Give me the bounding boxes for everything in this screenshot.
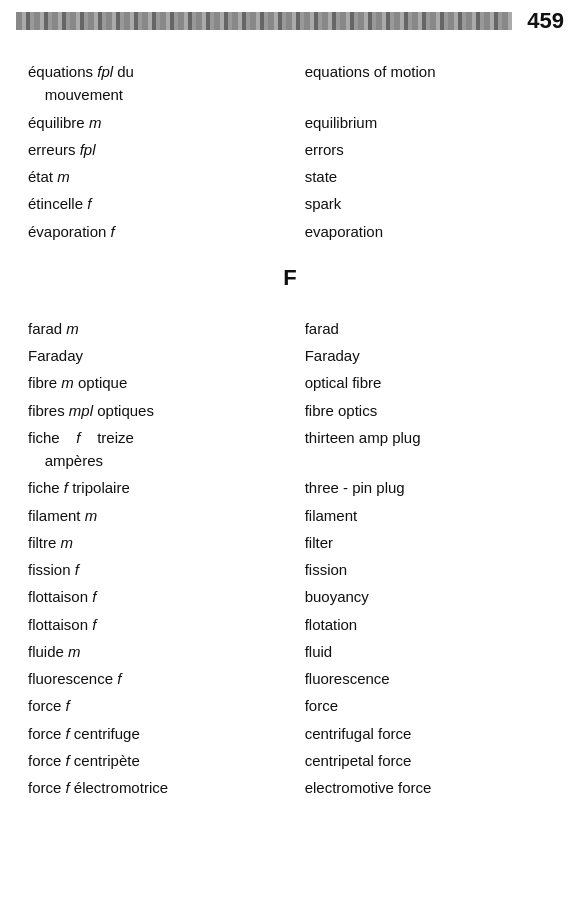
spacer-row	[24, 305, 556, 315]
english-term: spark	[301, 190, 556, 217]
french-term: flottaison f	[24, 583, 301, 610]
english-term: three - pin plug	[301, 474, 556, 501]
english-term: thirteen amp plug	[301, 424, 556, 475]
page-number: 459	[524, 8, 564, 34]
entries-table: équations fpl du mouvement equations of …	[24, 58, 556, 801]
french-term: erreurs fpl	[24, 136, 301, 163]
list-item: fibres mpl optiques fibre optics	[24, 397, 556, 424]
list-item: farad m farad	[24, 315, 556, 342]
french-term: farad m	[24, 315, 301, 342]
list-item: fluide m fluid	[24, 638, 556, 665]
french-term: force f	[24, 692, 301, 719]
french-term: fibres mpl optiques	[24, 397, 301, 424]
list-item: flottaison f flotation	[24, 611, 556, 638]
list-item: équilibre m equilibrium	[24, 109, 556, 136]
english-term: buoyancy	[301, 583, 556, 610]
section-label: F	[24, 255, 556, 305]
french-term: fission f	[24, 556, 301, 583]
list-item: flottaison f buoyancy	[24, 583, 556, 610]
list-item: équations fpl du mouvement equations of …	[24, 58, 556, 109]
section-header-row: F	[24, 255, 556, 305]
list-item: force f électromotrice electromotive for…	[24, 774, 556, 801]
english-term: centrifugal force	[301, 720, 556, 747]
french-term: filtre m	[24, 529, 301, 556]
list-item: fiche f treize ampères thirteen amp plug	[24, 424, 556, 475]
list-item: force f force	[24, 692, 556, 719]
english-term: force	[301, 692, 556, 719]
list-item: fiche f tripolaire three - pin plug	[24, 474, 556, 501]
french-term: état m	[24, 163, 301, 190]
list-item: filtre m filter	[24, 529, 556, 556]
list-item: évaporation f evaporation	[24, 218, 556, 245]
list-item: étincelle f spark	[24, 190, 556, 217]
french-term: fiche f treize ampères	[24, 424, 301, 475]
english-term: fission	[301, 556, 556, 583]
french-term: équilibre m	[24, 109, 301, 136]
english-term: fibre optics	[301, 397, 556, 424]
english-term: farad	[301, 315, 556, 342]
english-term: errors	[301, 136, 556, 163]
english-term: flotation	[301, 611, 556, 638]
header-decoration	[16, 12, 512, 30]
english-term: fluorescence	[301, 665, 556, 692]
list-item: fluorescence f fluorescence	[24, 665, 556, 692]
english-term: optical fibre	[301, 369, 556, 396]
french-term: force f centrifuge	[24, 720, 301, 747]
english-term: centripetal force	[301, 747, 556, 774]
english-term: state	[301, 163, 556, 190]
list-item: état m state	[24, 163, 556, 190]
list-item: fibre m optique optical fibre	[24, 369, 556, 396]
list-item: force f centrifuge centrifugal force	[24, 720, 556, 747]
english-term: Faraday	[301, 342, 556, 369]
french-term: filament m	[24, 502, 301, 529]
list-item: filament m filament	[24, 502, 556, 529]
english-term: filament	[301, 502, 556, 529]
english-term: electromotive force	[301, 774, 556, 801]
french-term: fluorescence f	[24, 665, 301, 692]
french-term: étincelle f	[24, 190, 301, 217]
list-item: force f centripète centripetal force	[24, 747, 556, 774]
english-term: equations of motion	[301, 58, 556, 109]
english-term: fluid	[301, 638, 556, 665]
english-term: equilibrium	[301, 109, 556, 136]
french-term: fluide m	[24, 638, 301, 665]
list-item: fission f fission	[24, 556, 556, 583]
list-item: Faraday Faraday	[24, 342, 556, 369]
french-term: fiche f tripolaire	[24, 474, 301, 501]
english-term: evaporation	[301, 218, 556, 245]
page: 459 équations fpl du mouvement equations…	[0, 0, 580, 900]
list-item: erreurs fpl errors	[24, 136, 556, 163]
french-term: équations fpl du mouvement	[24, 58, 301, 109]
french-term: force f centripète	[24, 747, 301, 774]
english-term: filter	[301, 529, 556, 556]
content-area: équations fpl du mouvement equations of …	[0, 42, 580, 817]
french-term: Faraday	[24, 342, 301, 369]
page-header: 459	[0, 0, 580, 42]
french-term: fibre m optique	[24, 369, 301, 396]
spacer-row	[24, 245, 556, 255]
french-term: force f électromotrice	[24, 774, 301, 801]
french-term: évaporation f	[24, 218, 301, 245]
french-term: flottaison f	[24, 611, 301, 638]
